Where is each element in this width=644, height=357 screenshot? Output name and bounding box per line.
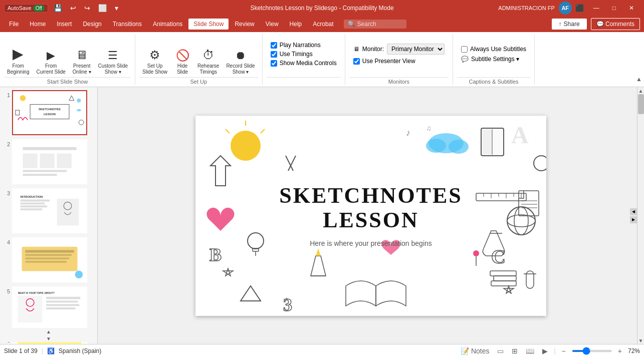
ribbon-group-captions: Always Use Subtitles 💬 Subtitle Settings… [453,34,535,85]
svg-rect-32 [18,296,43,323]
share-icon: ↑ [559,21,562,28]
customize-button[interactable]: ▾ [112,3,121,13]
use-timings-checkbox[interactable] [271,51,277,58]
slide-num-3: 3 [3,188,10,196]
menu-review[interactable]: Review [230,19,259,30]
maximize-button[interactable]: □ [606,3,622,14]
slide-img-2[interactable] [12,139,87,184]
menu-home[interactable]: Home [25,19,51,30]
subtitle-settings-button[interactable]: Subtitle Settings ▾ [471,56,519,63]
custom-show-icon: ☰ [108,49,118,62]
share-button[interactable]: ↑ Share [552,19,587,30]
monitor-label: Monitor: [362,46,384,53]
ribbon-group-start-slideshow: ▶ FromBeginning ▶ FromCurrent Slide 🖥 Pr… [0,34,135,85]
autosave-status: Off [33,5,45,12]
from-beginning-icon: ▶ [13,46,24,62]
ribbon: ▶ FromBeginning ▶ FromCurrent Slide 🖥 Pr… [0,32,644,87]
presenter-view-checkbox[interactable] [353,58,360,65]
slide-img-1[interactable]: SKETCHNOTES LESSON [12,90,87,135]
menu-acrobat[interactable]: Acrobat [308,19,338,30]
rehearse-timings-button[interactable]: ⏱ RehearseTimings [194,37,222,77]
slide-img-4[interactable] [12,237,87,282]
svg-rect-13 [23,170,67,172]
record-slideshow-button[interactable]: ⏺ Record SlideShow ▾ [223,37,258,77]
slide-img-3[interactable]: INTRODUCTION [12,188,87,233]
zoom-slider[interactable] [572,350,612,352]
title-bar-left: AutoSave Off 💾 ↩ ↪ ⬜ ▾ [4,3,121,13]
slideshow-button[interactable]: ▶ [540,346,550,356]
main-slide: ♪ ♫ A [195,116,546,316]
present-online-button[interactable]: 🖥 PresentOnline ▾ [70,37,94,77]
custom-slide-show-button[interactable]: ☰ Custom SlideShow ▾ [95,37,131,77]
zoom-level: 72% [628,347,640,354]
narration-checks: Play Narrations Use Timings Show Media C… [267,34,341,74]
play-narrations-checkbox[interactable] [271,42,277,49]
minimize-button[interactable]: — [587,3,605,14]
show-media-controls-checkbox[interactable] [271,60,277,67]
search-input[interactable] [357,21,402,28]
slide-thumb-2[interactable]: 2 [2,138,95,185]
slide-thumb-5[interactable]: 5 WHAT IS YOUR TOPIC ABOUT? [2,285,95,332]
menu-animations[interactable]: Animations [148,19,187,30]
monitor-select[interactable]: Primary Monitor [387,44,445,55]
zoom-in-button[interactable]: + [616,346,624,356]
slide-thumb-4[interactable]: 4 [2,236,95,283]
slide-scroll-down[interactable]: ▼ [637,337,645,344]
from-beginning-button[interactable]: ▶ FromBeginning [4,37,32,77]
user-account-label: ADMINISTRACION FP [498,5,554,11]
menu-design[interactable]: Design [78,19,106,30]
scrollbar-thumb[interactable] [638,94,644,114]
menu-file[interactable]: File [4,19,24,30]
fit-slide-button[interactable]: ◀ [630,208,637,215]
reading-view-button[interactable]: 📖 [524,346,536,356]
slide-sorter-button[interactable]: ⊞ [510,346,520,356]
slide-4-preview [13,237,86,282]
expand-button[interactable]: ▶ [630,216,637,223]
panel-scroll-down[interactable]: ▼ [45,335,52,342]
ribbon-display-button[interactable]: ⬛ [573,3,586,13]
slide-1-preview: SKETCHNOTES LESSON [13,90,86,135]
checks-group-label [267,77,341,85]
main-area: 1 SKETCHNOTES LESSON [0,87,644,344]
hide-slide-button[interactable]: 🚫 HideSlide [171,37,193,77]
presentation-button[interactable]: ⬜ [96,3,109,13]
zoom-out-button[interactable]: − [560,346,568,356]
hide-slide-icon: 🚫 [176,49,189,62]
undo-button[interactable]: ↩ [68,3,79,13]
from-current-slide-button[interactable]: ▶ FromCurrent Slide [33,37,68,77]
slide-scroll-up[interactable]: ▲ [637,87,645,94]
show-media-controls-check[interactable]: Show Media Controls [271,60,337,67]
svg-rect-26 [25,254,71,256]
menu-help[interactable]: Help [285,19,307,30]
ribbon-collapse-button[interactable]: ▲ [634,74,644,85]
slide-thumb-3[interactable]: 3 INTRODUCTION [2,187,95,234]
play-narrations-check[interactable]: Play Narrations [271,42,337,49]
menu-slideshow[interactable]: Slide Show [188,19,229,30]
setup-slideshow-icon: ⚙ [149,48,160,62]
menu-bar: File Home Insert Design Transitions Anim… [0,16,644,32]
save-button[interactable]: 💾 [51,3,65,13]
always-subtitles-checkbox[interactable] [461,46,468,53]
menu-transitions[interactable]: Transitions [108,19,147,30]
comments-button[interactable]: 💬 Comments [591,18,640,30]
slide-main-content: SKETCHNOTES LESSON Here is where your pr… [195,116,546,316]
notes-button[interactable]: 📝 Notes [459,346,491,356]
search-box[interactable]: 🔍 [344,20,406,29]
title-bar: AutoSave Off 💾 ↩ ↪ ⬜ ▾ Sketchnotes Lesso… [0,0,644,16]
normal-view-button[interactable]: ▭ [495,346,506,356]
svg-rect-21 [57,199,79,226]
setup-slideshow-button[interactable]: ⚙ Set UpSlide Show [139,37,170,77]
always-subtitles-label: Always Use Subtitles [470,46,526,53]
panel-scroll-up[interactable]: ▲ [45,328,52,335]
window-title: Sketchnotes Lesson by Slidesgo - Compati… [250,5,393,12]
slide-thumb-1[interactable]: 1 SKETCHNOTES LESSON [2,89,95,136]
slide-img-5[interactable]: WHAT IS YOUR TOPIC ABOUT? [12,286,87,331]
menu-insert[interactable]: Insert [52,19,77,30]
close-button[interactable]: ✕ [623,3,640,14]
menu-view[interactable]: View [261,19,284,30]
redo-button[interactable]: ↪ [82,3,93,13]
slide-info: Slide 1 of 39 [4,347,38,354]
avatar[interactable]: AF [559,2,572,15]
use-timings-check[interactable]: Use Timings [271,51,337,58]
autosave-button[interactable]: AutoSave Off [4,4,48,13]
